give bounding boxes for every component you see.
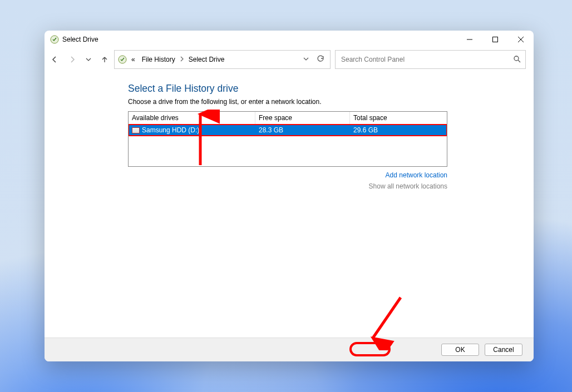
breadcrumb-file-history[interactable]: File History xyxy=(140,54,177,64)
footer: OK Cancel xyxy=(45,338,534,361)
drive-free: 28.3 GB xyxy=(255,126,350,134)
svg-point-3 xyxy=(514,56,519,61)
content-area: Select a File History drive Choose a dri… xyxy=(45,71,534,338)
link-show-all-network-locations: Show all network locations xyxy=(128,182,447,190)
breadcrumb-select-drive[interactable]: Select Drive xyxy=(186,54,227,64)
select-drive-window: Select Drive xyxy=(45,31,534,361)
header-total-space[interactable]: Total space xyxy=(350,112,447,124)
window-title: Select Drive xyxy=(62,36,98,43)
app-icon xyxy=(50,35,59,44)
chevron-right-icon xyxy=(180,56,184,63)
table-header-row: Available drives Free space Total space xyxy=(129,112,447,125)
maximize-button[interactable] xyxy=(482,31,508,48)
cancel-button[interactable]: Cancel xyxy=(485,344,522,356)
drive-row-samsung-hdd[interactable]: Samsung HDD (D:) 28.3 GB 29.6 GB xyxy=(129,125,447,136)
refresh-button[interactable] xyxy=(314,55,327,64)
address-bar[interactable]: « File History Select Drive xyxy=(114,50,331,69)
link-add-network-location[interactable]: Add network location xyxy=(128,171,447,179)
search-input[interactable] xyxy=(340,55,513,64)
drive-total: 29.6 GB xyxy=(350,126,447,134)
search-box[interactable] xyxy=(335,50,526,69)
back-button[interactable] xyxy=(50,54,60,64)
header-available-drives[interactable]: Available drives xyxy=(129,112,255,124)
recent-dropdown[interactable] xyxy=(85,54,92,64)
drive-list: Available drives Free space Total space … xyxy=(128,111,447,167)
address-dropdown[interactable] xyxy=(300,56,312,63)
drive-icon xyxy=(132,127,140,133)
control-panel-icon xyxy=(118,55,127,64)
close-button[interactable] xyxy=(508,31,534,48)
svg-rect-1 xyxy=(493,37,498,42)
breadcrumb-prefix[interactable]: « xyxy=(129,54,137,64)
header-free-space[interactable]: Free space xyxy=(255,112,350,124)
search-icon[interactable] xyxy=(513,55,521,64)
page-subtext: Choose a drive from the following list, … xyxy=(128,98,489,106)
minimize-button[interactable] xyxy=(457,31,482,48)
link-group: Add network location Show all network lo… xyxy=(128,171,447,190)
ok-button[interactable]: OK xyxy=(441,344,479,356)
drive-name: Samsung HDD (D:) xyxy=(142,126,199,134)
forward-button[interactable] xyxy=(67,54,77,64)
up-button[interactable] xyxy=(100,54,110,64)
nav-row: « File History Select Drive xyxy=(45,48,534,71)
titlebar: Select Drive xyxy=(45,31,534,48)
page-heading: Select a File History drive xyxy=(128,83,489,95)
